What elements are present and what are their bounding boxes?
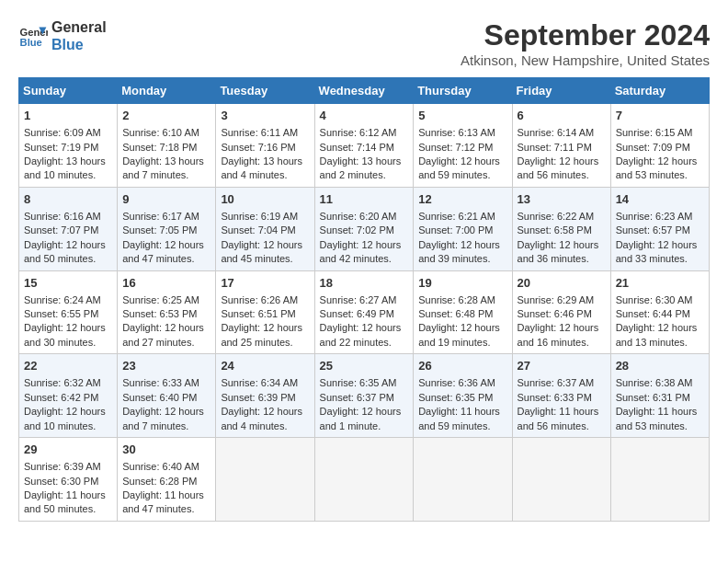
day-number: 12 [418, 191, 506, 208]
calendar-day-cell: 30 Sunrise: 6:40 AM Sunset: 6:28 PM Dayl… [118, 438, 216, 522]
calendar-day-cell: 15 Sunrise: 6:24 AM Sunset: 6:55 PM Dayl… [19, 270, 118, 354]
calendar-week-row: 29 Sunrise: 6:39 AM Sunset: 6:30 PM Dayl… [19, 438, 710, 522]
sunrise-label: Sunrise: 6:37 AM [518, 377, 595, 388]
calendar-day-cell: 11 Sunrise: 6:20 AM Sunset: 7:02 PM Dayl… [314, 187, 414, 270]
sunrise-label: Sunrise: 6:13 AM [418, 127, 495, 138]
calendar-body: 1 Sunrise: 6:09 AM Sunset: 7:19 PM Dayli… [19, 104, 710, 522]
daylight-label: Daylight: 11 hours and 50 minutes. [24, 489, 106, 514]
calendar-day-cell: 13 Sunrise: 6:22 AM Sunset: 6:58 PM Dayl… [512, 187, 610, 270]
calendar-day-cell [414, 438, 512, 522]
sunset-label: Sunset: 6:35 PM [418, 392, 493, 403]
sunset-label: Sunset: 6:42 PM [24, 392, 98, 403]
day-number: 22 [24, 358, 112, 374]
day-number: 6 [518, 108, 606, 124]
sunrise-label: Sunrise: 6:12 AM [320, 127, 397, 138]
day-number: 7 [616, 108, 704, 124]
sunrise-label: Sunrise: 6:25 AM [122, 294, 199, 305]
daylight-label: Daylight: 12 hours and 33 minutes. [616, 239, 698, 264]
daylight-label: Daylight: 11 hours and 47 minutes. [122, 489, 204, 514]
day-number: 13 [518, 191, 606, 208]
daylight-label: Daylight: 12 hours and 47 minutes. [122, 239, 204, 264]
sunrise-label: Sunrise: 6:10 AM [122, 127, 199, 138]
sunset-label: Sunset: 7:07 PM [24, 224, 98, 236]
calendar-day-cell [512, 438, 610, 522]
weekday-header-cell: Wednesday [314, 78, 414, 104]
sunrise-label: Sunrise: 6:23 AM [616, 211, 693, 222]
calendar-day-cell: 17 Sunrise: 6:26 AM Sunset: 6:51 PM Dayl… [216, 270, 314, 354]
daylight-label: Daylight: 12 hours and 56 minutes. [518, 155, 599, 180]
day-number: 4 [320, 108, 409, 124]
daylight-label: Daylight: 12 hours and 36 minutes. [518, 239, 599, 264]
daylight-label: Daylight: 11 hours and 59 minutes. [418, 406, 500, 431]
daylight-label: Daylight: 12 hours and 53 minutes. [616, 155, 698, 180]
sunset-label: Sunset: 6:39 PM [221, 392, 295, 403]
daylight-label: Daylight: 12 hours and 13 minutes. [616, 322, 698, 347]
daylight-label: Daylight: 12 hours and 45 minutes. [221, 239, 302, 264]
day-number: 14 [616, 191, 704, 208]
sunrise-label: Sunrise: 6:36 AM [418, 377, 495, 388]
calendar-day-cell: 22 Sunrise: 6:32 AM Sunset: 6:42 PM Dayl… [19, 354, 118, 438]
calendar-week-row: 1 Sunrise: 6:09 AM Sunset: 7:19 PM Dayli… [19, 104, 710, 188]
day-number: 1 [24, 108, 112, 124]
day-number: 29 [24, 442, 112, 458]
sunset-label: Sunset: 7:16 PM [221, 142, 295, 153]
sunrise-label: Sunrise: 6:40 AM [122, 461, 199, 472]
calendar-week-row: 15 Sunrise: 6:24 AM Sunset: 6:55 PM Dayl… [19, 270, 710, 354]
day-number: 24 [221, 358, 309, 374]
daylight-label: Daylight: 12 hours and 1 minute. [320, 406, 402, 431]
sunset-label: Sunset: 7:05 PM [122, 224, 197, 236]
sunset-label: Sunset: 6:48 PM [418, 308, 493, 319]
weekday-header-row: SundayMondayTuesdayWednesdayThursdayFrid… [19, 78, 710, 104]
weekday-header-cell: Thursday [414, 78, 512, 104]
sunrise-label: Sunrise: 6:34 AM [221, 377, 298, 388]
logo-blue: Blue [51, 36, 107, 53]
day-number: 27 [518, 358, 606, 374]
sunset-label: Sunset: 6:49 PM [320, 308, 394, 319]
sunset-label: Sunset: 7:14 PM [320, 142, 394, 153]
sunset-label: Sunset: 6:55 PM [24, 308, 98, 319]
daylight-label: Daylight: 12 hours and 16 minutes. [518, 322, 599, 347]
day-number: 9 [122, 191, 210, 208]
sunrise-label: Sunrise: 6:17 AM [122, 211, 199, 222]
calendar-day-cell: 6 Sunrise: 6:14 AM Sunset: 7:11 PM Dayli… [512, 104, 610, 188]
daylight-label: Daylight: 12 hours and 39 minutes. [418, 239, 500, 264]
daylight-label: Daylight: 11 hours and 56 minutes. [518, 406, 599, 431]
sunrise-label: Sunrise: 6:24 AM [24, 294, 101, 305]
calendar-day-cell: 12 Sunrise: 6:21 AM Sunset: 7:00 PM Dayl… [414, 187, 512, 270]
sunrise-label: Sunrise: 6:20 AM [320, 211, 397, 222]
sunrise-label: Sunrise: 6:32 AM [24, 377, 101, 388]
day-number: 17 [221, 275, 309, 292]
sunset-label: Sunset: 7:00 PM [418, 224, 493, 236]
sunrise-label: Sunrise: 6:30 AM [616, 294, 693, 305]
calendar-day-cell: 3 Sunrise: 6:11 AM Sunset: 7:16 PM Dayli… [216, 104, 314, 188]
calendar-day-cell: 21 Sunrise: 6:30 AM Sunset: 6:44 PM Dayl… [610, 270, 709, 354]
sunset-label: Sunset: 6:37 PM [320, 392, 394, 403]
sunrise-label: Sunrise: 6:35 AM [320, 377, 397, 388]
sunrise-label: Sunrise: 6:22 AM [518, 211, 595, 222]
sunset-label: Sunset: 6:28 PM [122, 476, 197, 487]
calendar-day-cell [610, 438, 709, 522]
day-number: 20 [518, 275, 606, 292]
svg-text:Blue: Blue [20, 37, 42, 48]
sunset-label: Sunset: 6:44 PM [616, 308, 690, 319]
calendar-day-cell: 9 Sunrise: 6:17 AM Sunset: 7:05 PM Dayli… [118, 187, 216, 270]
sunrise-label: Sunrise: 6:16 AM [24, 211, 101, 222]
calendar-day-cell: 26 Sunrise: 6:36 AM Sunset: 6:35 PM Dayl… [414, 354, 512, 438]
sunset-label: Sunset: 6:51 PM [221, 308, 295, 319]
daylight-label: Daylight: 12 hours and 19 minutes. [418, 322, 500, 347]
sunrise-label: Sunrise: 6:39 AM [24, 461, 101, 472]
sunset-label: Sunset: 7:19 PM [24, 142, 98, 153]
calendar-day-cell: 23 Sunrise: 6:33 AM Sunset: 6:40 PM Dayl… [118, 354, 216, 438]
weekday-header-cell: Sunday [19, 78, 118, 104]
day-number: 28 [616, 358, 704, 374]
sunset-label: Sunset: 7:11 PM [518, 142, 592, 153]
daylight-label: Daylight: 13 hours and 7 minutes. [122, 155, 204, 180]
calendar-day-cell: 8 Sunrise: 6:16 AM Sunset: 7:07 PM Dayli… [19, 187, 118, 270]
day-number: 21 [616, 275, 704, 292]
calendar-day-cell: 25 Sunrise: 6:35 AM Sunset: 6:37 PM Dayl… [314, 354, 414, 438]
sunset-label: Sunset: 6:53 PM [122, 308, 197, 319]
sunrise-label: Sunrise: 6:38 AM [616, 377, 693, 388]
logo: General Blue General Blue [18, 18, 107, 53]
weekday-header-cell: Saturday [610, 78, 709, 104]
day-number: 26 [418, 358, 506, 374]
